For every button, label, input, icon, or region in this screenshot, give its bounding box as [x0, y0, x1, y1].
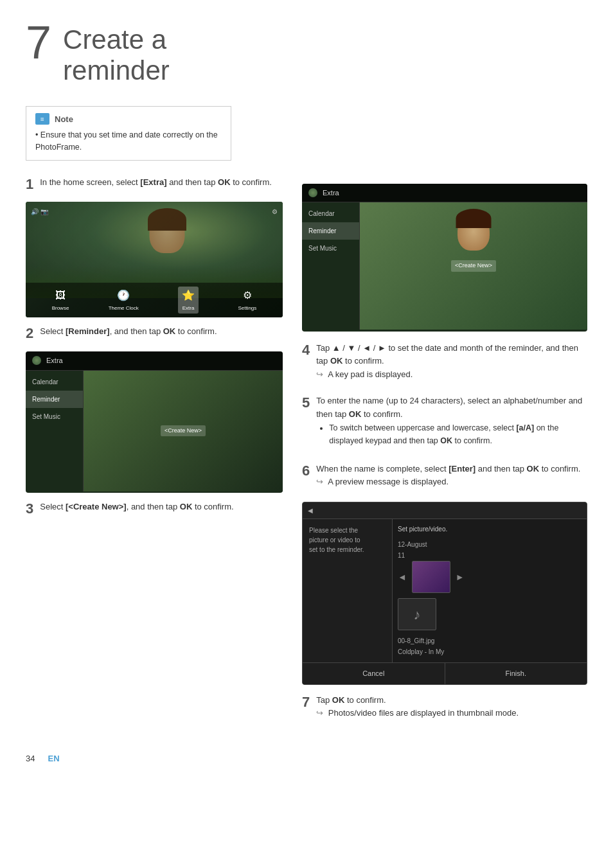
step-5-number: 5 [302, 394, 310, 411]
home-screen-icons: 🖼 Browse 🕐 Theme Clock ⭐ Extra ⚙ Setting… [26, 283, 283, 317]
menu-item-setmusic[interactable]: Set Music [26, 408, 83, 425]
menu-sidebar-2: Calendar Reminder Set Music [302, 202, 360, 330]
step-1: 1 In the home screen, select [Extra] and… [26, 176, 283, 190]
menu-sidebar-1: Calendar Reminder Set Music [26, 371, 84, 492]
preview-finish-button[interactable]: Finish. [445, 663, 587, 684]
step-5-sub: To switch between uppercase and lowercas… [329, 421, 587, 447]
menu-title-1: Extra [46, 355, 63, 366]
preview-screen-header: ◀ [303, 502, 587, 519]
menu-main-2: <Create New> [360, 202, 587, 330]
browse-icon: 🖼 Browse [52, 288, 69, 312]
preview-filename: 00-8_Gift.jpg Coldplay - In My [398, 635, 582, 657]
step-6-number: 6 [302, 463, 310, 479]
extra-icon-selected: ⭐ Extra [178, 287, 199, 314]
note-header: ≡ Note [35, 113, 222, 126]
step-1-number: 1 [26, 176, 33, 193]
step-6: 6 When the name is complete, select [Ent… [302, 463, 587, 490]
preview-footer: Cancel Finish. [303, 662, 587, 684]
step-4-content: Tap ▲ / ▼ / ◄ / ► to set the date and mo… [316, 342, 587, 382]
chapter-header: 7 Create a reminder [26, 19, 587, 87]
step-4: 4 Tap ▲ / ▼ / ◄ / ► to set the date and … [302, 342, 587, 382]
preview-screen-mockup: ◀ Please select the picture or video to … [302, 502, 587, 685]
menu-item-calendar-2[interactable]: Calendar [302, 205, 359, 222]
note-label: Note [55, 113, 73, 126]
menu-screen-top-right: Extra Calendar Reminder Set Music <Creat… [302, 184, 587, 332]
preview-left-text-2: picture or video to [309, 535, 386, 545]
preview-right-title: Set picture/video. [398, 524, 582, 534]
preview-info: 12-August 11 [398, 539, 582, 561]
chapter-title: Create a reminder [63, 24, 170, 87]
note-text: • Ensure that you set time and date corr… [35, 129, 222, 154]
step-7-number: 7 [302, 694, 310, 711]
chapter-title-line1: Create a [63, 24, 166, 55]
menu-item-setmusic-2[interactable]: Set Music [302, 240, 359, 257]
step-2: 2 Select [Reminder], and then tap OK to … [26, 325, 283, 339]
step-3-content: Select [<Create New>], and then tap OK t… [40, 500, 283, 514]
theme-clock-icon: 🕐 Theme Clock [109, 288, 139, 312]
menu-title-2: Extra [323, 188, 339, 199]
preview-left-text-3: set to the reminder. [309, 545, 386, 554]
thumb-nav-right[interactable]: ► [456, 561, 465, 593]
menu-body-1: Calendar Reminder Set Music <Create New> [26, 371, 283, 492]
page-number: 34 [26, 752, 35, 765]
step-5: 5 To enter the name (up to 24 characters… [302, 394, 587, 450]
menu-icon-dot-2 [308, 188, 317, 197]
menu-icon-dot-1 [32, 356, 41, 365]
preview-body: Please select the picture or video to se… [303, 519, 587, 662]
create-new-badge-1[interactable]: <Create New> [161, 425, 206, 437]
menu-item-reminder[interactable]: Reminder [26, 391, 83, 408]
preview-right-panel: Set picture/video. 12-August 11 ◄ ► ♪ [393, 519, 587, 662]
thumb-image [412, 561, 450, 593]
thumb-music-icon: ♪ [398, 598, 436, 630]
step-6-content: When the name is complete, select [Enter… [316, 463, 587, 490]
note-box: ≡ Note • Ensure that you set time and da… [26, 106, 231, 161]
step-3: 3 Select [<Create New>], and then tap OK… [26, 500, 283, 514]
menu-item-reminder-2[interactable]: Reminder [302, 222, 359, 240]
status-bar-left: 🔊 📷 [31, 207, 48, 217]
right-column: Extra Calendar Reminder Set Music <Creat… [302, 176, 587, 734]
step-7: 7 Tap OK to confirm. ↪ Photos/video file… [302, 694, 587, 721]
home-screen-mockup: 🔊 📷 ⚙ 🖼 Browse 🕐 Theme Clock ⭐ Extra ⚙ S [26, 202, 283, 317]
preview-left-text-1: Please select the [309, 526, 386, 535]
chapter-title-line2: reminder [63, 55, 170, 85]
menu-main-1: <Create New> [84, 371, 283, 492]
preview-thumbs: ◄ ► [398, 561, 582, 593]
step-1-content: In the home screen, select [Extra] and t… [40, 176, 283, 190]
note-icon: ≡ [35, 113, 49, 125]
thumb-nav-left[interactable]: ◄ [398, 561, 407, 593]
menu-header-1: Extra [26, 351, 283, 371]
page-footer: 34 EN [26, 752, 587, 765]
menu-screen-step2: Extra Calendar Reminder Set Music <Creat… [26, 351, 283, 493]
create-new-badge-2[interactable]: <Create New> [451, 260, 496, 272]
step-5-content: To enter the name (up to 24 characters),… [316, 394, 587, 450]
settings-icon: ⚙ Settings [238, 288, 256, 312]
language-badge: EN [48, 752, 59, 765]
chapter-number: 7 [26, 19, 51, 66]
status-bar-right: ⚙ [272, 207, 278, 217]
preview-left-panel: Please select the picture or video to se… [303, 519, 393, 662]
main-content: 1 In the home screen, select [Extra] and… [26, 176, 587, 734]
step-4-number: 4 [302, 342, 310, 359]
step-3-number: 3 [26, 500, 33, 517]
preview-cancel-button[interactable]: Cancel [303, 663, 445, 684]
menu-body-2: Calendar Reminder Set Music <Create New> [302, 202, 587, 330]
preview-music-thumb: ♪ [398, 598, 582, 630]
step-2-content: Select [Reminder], and then tap OK to co… [40, 325, 283, 339]
menu-item-calendar[interactable]: Calendar [26, 373, 83, 391]
step-7-content: Tap OK to confirm. ↪ Photos/video files … [316, 694, 587, 721]
step-2-number: 2 [26, 325, 33, 342]
menu-header-2: Extra [302, 184, 587, 203]
left-column: 1 In the home screen, select [Extra] and… [26, 176, 283, 734]
